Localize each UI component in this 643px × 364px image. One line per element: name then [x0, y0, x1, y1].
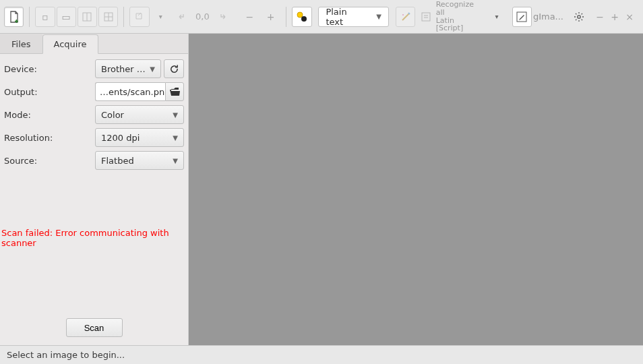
chevron-down-icon: ▼: [173, 111, 178, 119]
device-label: Device:: [4, 64, 91, 74]
columns-button[interactable]: [78, 7, 97, 27]
minimize-button[interactable]: −: [594, 11, 605, 22]
grid-button[interactable]: [98, 7, 118, 27]
output-path-field[interactable]: …ents/scan.png: [95, 82, 165, 101]
chevron-down-icon: ▼: [173, 157, 178, 164]
remove-button[interactable]: ▭: [57, 7, 76, 27]
scan-button[interactable]: Scan: [66, 318, 123, 337]
resolution-value: 1200 dpi: [101, 133, 140, 143]
source-select[interactable]: Flatbed ▼: [95, 151, 184, 170]
separator: [123, 7, 124, 27]
chevron-down-icon: ▼: [150, 65, 155, 73]
output-format-label: Plain text: [326, 7, 365, 27]
add-button[interactable]: ▫: [35, 7, 55, 27]
acquire-form: Device: Brother … ▼ Output: …ents/scan.p…: [0, 54, 188, 170]
toolbar: ▫ ▭ ▾ 0,0 − + Plain text ▼ Recognize all: [0, 0, 643, 34]
recognize-all-button[interactable]: Recognize all Latin [Script]: [417, 6, 488, 28]
svg-line-15: [576, 13, 576, 14]
redo-button[interactable]: [214, 7, 233, 27]
chevron-down-icon: ▼: [173, 134, 178, 142]
mode-label: Mode:: [4, 110, 91, 120]
rotate-dd[interactable]: ▾: [151, 7, 171, 27]
svg-point-6: [301, 16, 307, 22]
titlebar-cluster: gIma... − + ×: [533, 7, 639, 27]
output-browse-button[interactable]: [165, 82, 184, 101]
sidebar: Files Acquire Device: Brother … ▼ Output…: [0, 34, 189, 345]
svg-point-5: [297, 12, 303, 18]
window-title: gIma...: [533, 11, 563, 22]
recognize-line1: Recognize all: [436, 1, 484, 16]
separator: [286, 7, 286, 27]
svg-line-16: [582, 19, 582, 20]
chevron-down-icon: ▼: [376, 13, 381, 20]
mode-select[interactable]: Color ▼: [95, 105, 184, 124]
svg-line-18: [582, 13, 582, 14]
brightness-contrast-button[interactable]: [292, 7, 311, 27]
maximize-button[interactable]: +: [609, 11, 620, 22]
source-label: Source:: [4, 156, 91, 166]
separator: [29, 7, 30, 27]
output-label: Output:: [4, 87, 91, 97]
close-button[interactable]: ×: [624, 11, 635, 22]
status-text: Select an image to begin...: [7, 350, 125, 360]
resolution-label: Resolution:: [4, 133, 91, 143]
svg-point-10: [578, 15, 580, 18]
rotate-button[interactable]: [129, 7, 149, 27]
svg-rect-8: [422, 13, 430, 21]
device-value: Brother …: [101, 64, 146, 74]
recognize-line2: Latin [Script]: [436, 17, 484, 32]
output-format-select[interactable]: Plain text ▼: [318, 7, 389, 27]
zoom-in-button[interactable]: +: [261, 7, 280, 27]
svg-line-17: [576, 19, 576, 20]
tab-files[interactable]: Files: [0, 34, 42, 53]
body: Files Acquire Device: Brother … ▼ Output…: [0, 34, 643, 345]
error-message: Scan failed: Error communicating with sc…: [0, 228, 188, 248]
undo-button[interactable]: [172, 7, 191, 27]
canvas-area: [189, 34, 643, 345]
settings-button[interactable]: [569, 7, 589, 27]
app-window: ▫ ▭ ▾ 0,0 − + Plain text ▼ Recognize all: [0, 0, 643, 364]
coords-readout: 0,0: [193, 11, 212, 22]
device-refresh-button[interactable]: [164, 59, 184, 78]
new-page-button[interactable]: [4, 7, 24, 27]
sidebar-tabs: Files Acquire: [0, 34, 188, 54]
mode-value: Color: [101, 110, 124, 120]
scan-row: Scan: [0, 311, 188, 345]
tab-acquire[interactable]: Acquire: [42, 34, 98, 54]
status-bar: Select an image to begin...: [0, 345, 643, 364]
resolution-select[interactable]: 1200 dpi ▼: [95, 128, 184, 147]
edit-button[interactable]: [512, 7, 532, 27]
recognize-dd[interactable]: ▾: [489, 6, 503, 28]
device-select[interactable]: Brother … ▼: [95, 59, 161, 78]
magic-wand-button[interactable]: [396, 7, 415, 27]
svg-point-7: [402, 14, 404, 16]
zoom-out-button[interactable]: −: [240, 7, 259, 27]
source-value: Flatbed: [101, 156, 134, 166]
